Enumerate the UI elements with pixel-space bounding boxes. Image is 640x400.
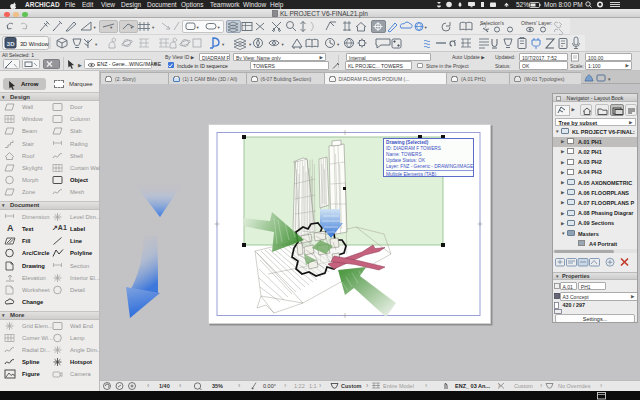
svg-text:▾: ▾ [197,25,200,30]
svg-text:▾: ▾ [95,42,98,47]
svg-text:▾: ▾ [425,25,428,30]
svg-text:▾: ▾ [337,42,340,47]
svg-text:▾: ▾ [249,42,252,47]
svg-text:▾: ▾ [110,25,113,30]
svg-text:Others' Layer:: Others' Layer: [521,20,552,26]
svg-text:▾: ▾ [608,76,611,82]
svg-text:▾: ▾ [222,42,225,47]
svg-text:▾: ▾ [282,42,285,47]
svg-text:▾: ▾ [218,25,221,30]
svg-text:3D Window: 3D Window [20,41,50,47]
svg-text:3D: 3D [7,41,15,47]
svg-text:▶: ▶ [78,62,82,68]
svg-text:Selection's: Selection's [480,20,505,26]
svg-text:▾: ▾ [152,25,155,30]
svg-text:▾: ▾ [94,25,97,30]
